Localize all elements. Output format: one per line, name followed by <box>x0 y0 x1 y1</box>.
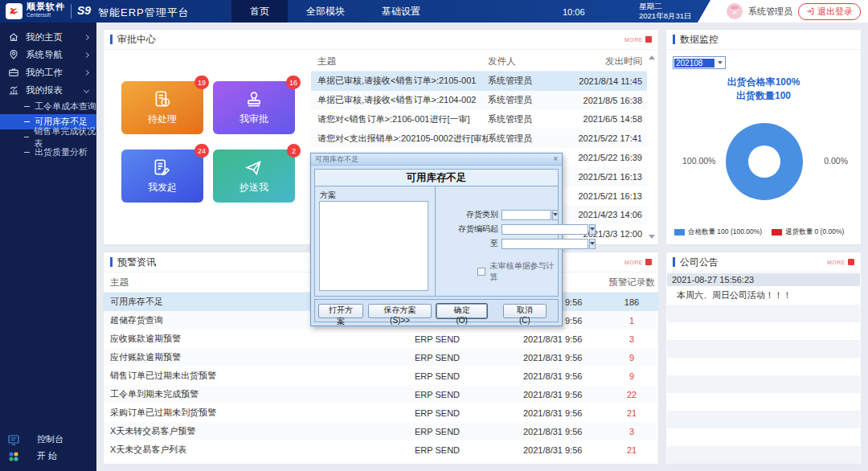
more-icon <box>848 259 854 265</box>
announcement-content[interactable]: 本周六、周日公司活动！！！ <box>667 286 860 305</box>
dash-icon <box>24 137 29 137</box>
dialog-heading: 可用库存不足 <box>315 170 558 186</box>
cell-time: 2021/5/22 16:39 <box>557 153 647 162</box>
card-cc-me[interactable]: 2 抄送我 <box>213 149 295 203</box>
alert-row[interactable]: 应收账款逾期预警 ERP SEND 2021/8/31 9:56 3 <box>104 330 658 348</box>
period-select[interactable]: 202108 <box>673 56 726 69</box>
cell-time: 2021/8/31 9:56 <box>523 445 605 455</box>
save-scheme-button[interactable]: 保存方案(S)>> <box>368 304 432 318</box>
sidebar-subitem-shipment-quality[interactable]: 出货质量分析 <box>0 145 96 160</box>
unaudited-checkbox-row: 未审核单据参与计算 <box>477 260 558 283</box>
monitor-panel-header: 数据监控 <box>666 30 861 50</box>
stock-code-to-dropdown-button[interactable] <box>589 239 596 249</box>
approval-panel-title: 审批中心 <box>117 33 156 47</box>
alert-row[interactable]: 应付账款逾期预警 ERP SEND 2021/8/31 9:56 9 <box>104 348 658 367</box>
cc-me-count-badge: 2 <box>287 144 301 158</box>
period-select-value: 202108 <box>674 59 714 68</box>
empty-row <box>667 393 860 411</box>
logout-button[interactable]: 退出登录 <box>798 3 861 20</box>
cell-time: 2021/8/31 9:56 <box>523 371 605 381</box>
dialog-title: 可用库存不足 <box>315 154 358 165</box>
stock-code-to-input[interactable] <box>502 239 588 249</box>
cell-subject: 销售订单已过期未出货预警 <box>104 370 415 382</box>
cell-subject: 单据已审核,请接收<销售订单>:2104-002 <box>311 94 488 106</box>
weekday-label: 星期二 <box>639 2 691 11</box>
donut-left-label: 100.00% <box>682 156 715 166</box>
field-label: 至 <box>436 238 498 249</box>
alerts-panel-title: 预警资讯 <box>117 256 156 269</box>
stock-category-input[interactable] <box>502 210 551 220</box>
sidebar-item-label: 我的报表 <box>26 84 63 96</box>
nav-tab-all-modules[interactable]: 全部模块 <box>288 0 363 23</box>
start-button[interactable]: 开 始 <box>0 448 96 465</box>
sidebar-item-work[interactable]: 我的工作 <box>0 63 96 81</box>
stock-code-from-input[interactable] <box>502 224 588 235</box>
shipment-qty-stat: 出货数量100 <box>666 89 861 103</box>
pass-rate-stat: 出货合格率100% <box>666 76 861 89</box>
sidebar-subitem-sales-completion[interactable]: 销售单完成状况表 <box>0 129 96 145</box>
cell-sender: ERP SEND <box>415 390 523 399</box>
sidebar-item-home[interactable]: 我的主页 <box>0 28 96 46</box>
more-label: MORE <box>624 37 643 43</box>
start-icon <box>7 450 20 463</box>
sidebar-item-navigation[interactable]: 系统导航 <box>0 46 96 63</box>
open-scheme-button[interactable]: 打开方案 <box>318 304 363 318</box>
card-my-initiated[interactable]: 24 我发起 <box>121 149 203 203</box>
approval-row[interactable]: 请您对<销售订单>:2106-001进行[一审] 系统管理员 2021/6/5 … <box>311 110 647 129</box>
cell-subject: 单据已审核,请接收<销售订单>:2105-001 <box>311 75 488 87</box>
ok-button[interactable]: 确定(O) <box>436 304 487 318</box>
monitor-stats: 出货合格率100% 出货数量100 <box>666 76 861 103</box>
scheme-listbox[interactable] <box>319 201 428 291</box>
alert-row[interactable]: 采购订单已过期未到货预警 ERP SEND 2021/8/31 9:56 21 <box>104 403 658 422</box>
approval-row[interactable]: 请您对<支出报销单>:202105-0002进行[审核] 系统管理员 2021/… <box>311 129 647 148</box>
alert-row[interactable]: X天未交易客户列表 ERP SEND 2021/8/31 9:56 21 <box>104 440 658 459</box>
alert-row[interactable]: 工令单到期未完成预警 ERP SEND 2021/8/31 9:56 22 <box>104 385 658 403</box>
company-logo-icon <box>6 3 23 19</box>
cell-sender: ERP SEND <box>415 408 523 418</box>
col-alert-count: 预警记录数 <box>605 276 658 289</box>
cell-sender: 系统管理员 <box>488 75 557 87</box>
sidebar-subitem-workorder-cost[interactable]: 工令单成本查询 <box>0 99 96 114</box>
chart-icon <box>8 84 19 96</box>
card-my-approvals[interactable]: 16 我审批 <box>213 81 295 134</box>
cell-sender: 系统管理员 <box>488 94 557 106</box>
cancel-button[interactable]: 取消(C) <box>503 304 547 318</box>
scroll-up-icon[interactable] <box>649 55 655 59</box>
chevron-right-icon <box>84 34 89 39</box>
sidebar: 我的主页 系统导航 我的工作 我的报表 工令单成本查询 可用库存不足 销售单完成… <box>0 23 96 471</box>
stock-code-from-dropdown-button[interactable] <box>589 224 596 235</box>
stock-category-dropdown-button[interactable] <box>552 210 559 220</box>
sidebar-item-reports[interactable]: 我的报表 <box>0 81 96 99</box>
card-label: 抄送我 <box>240 181 268 195</box>
approval-row[interactable]: 单据已审核,请接收<销售订单>:2105-001 系统管理员 2021/8/14… <box>311 72 647 91</box>
scroll-down-icon[interactable] <box>649 235 655 239</box>
nav-tab-home[interactable]: 首页 <box>231 0 288 23</box>
chevron-right-icon <box>84 51 89 57</box>
dialog-footer: 打开方案 保存方案(S)>> 确定(O) 取消(C) <box>314 299 559 322</box>
cell-subject: 请您对<销售订单>:2106-001进行[一审] <box>311 113 488 125</box>
approval-more-link[interactable]: MORE <box>624 36 652 43</box>
unaudited-checkbox[interactable] <box>477 268 485 276</box>
alerts-more-link[interactable]: MORE <box>624 259 652 265</box>
nav-tab-settings[interactable]: 基础设置 <box>363 0 439 23</box>
alert-row[interactable]: X天未转交易客户预警 ERP SEND 2021/8/31 9:56 3 <box>104 422 658 440</box>
compose-icon <box>152 158 173 178</box>
card-pending[interactable]: 19 待处理 <box>121 81 203 134</box>
alert-row[interactable]: 销售订单已过期未出货预警 ERP SEND 2021/8/31 9:56 9 <box>104 367 658 385</box>
date-block: 星期二 2021年8月31日 <box>639 2 691 21</box>
announcement-more-link[interactable]: MORE <box>827 259 854 265</box>
main-nav: 首页 全部模块 基础设置 <box>231 0 439 23</box>
app-header: 顺景软件 Centersoft S9 智能ERP管理平台 首页 全部模块 基础设… <box>0 0 868 23</box>
approval-row[interactable]: 单据已审核,请接收<销售订单>:2104-002 系统管理员 2021/8/5 … <box>311 91 647 110</box>
dialog-titlebar[interactable]: 可用库存不足 × <box>311 154 562 166</box>
current-username: 系统管理员 <box>748 6 792 18</box>
cell-count: 186 <box>605 297 658 307</box>
field-stock-category: 存货类别 <box>436 209 553 220</box>
dash-icon <box>24 121 30 122</box>
quality-donut-chart <box>726 123 803 200</box>
console-button[interactable]: 控制台 <box>0 431 96 448</box>
cell-subject: 应付账款逾期预警 <box>104 351 415 363</box>
avatar[interactable] <box>727 3 743 19</box>
donut-hole <box>748 145 780 178</box>
close-icon[interactable]: × <box>553 155 558 163</box>
